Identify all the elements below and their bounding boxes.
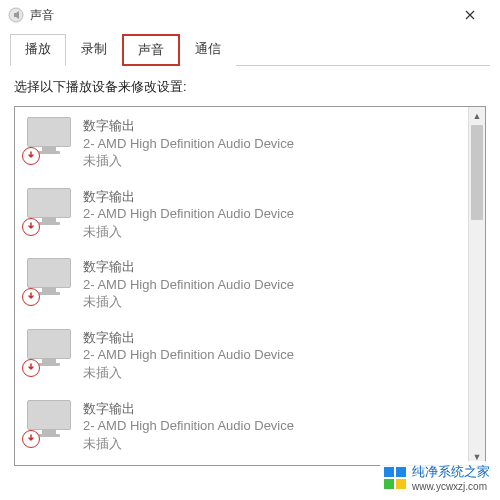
device-desc: 2- AMD High Definition Audio Device — [83, 135, 294, 153]
scrollbar[interactable]: ▲ ▼ — [468, 107, 485, 465]
device-list[interactable]: 数字输出 2- AMD High Definition Audio Device… — [14, 106, 486, 466]
tab-label: 声音 — [138, 42, 164, 57]
sound-app-icon — [8, 7, 24, 23]
device-status: 未插入 — [83, 364, 294, 382]
device-item[interactable]: 数字输出 2- AMD High Definition Audio Device… — [15, 178, 485, 249]
device-name: 数字输出 — [83, 258, 294, 276]
unplugged-badge-icon — [22, 359, 40, 377]
panel-instruction: 选择以下播放设备来修改设置: — [14, 78, 486, 96]
tab-recording[interactable]: 录制 — [66, 34, 122, 66]
playback-panel: 选择以下播放设备来修改设置: 数字输出 2- AMD High Definiti… — [0, 66, 500, 478]
device-name: 数字输出 — [83, 329, 294, 347]
device-status: 未插入 — [83, 223, 294, 241]
device-name: 数字输出 — [83, 400, 294, 418]
window-title: 声音 — [30, 7, 447, 24]
tab-sounds[interactable]: 声音 — [122, 34, 180, 66]
device-name: 数字输出 — [83, 188, 294, 206]
tab-communications[interactable]: 通信 — [180, 34, 236, 66]
tab-label: 通信 — [195, 41, 221, 56]
device-status: 未插入 — [83, 435, 294, 453]
watermark-text: 纯净系统之家 www.ycwxzj.com — [412, 463, 490, 492]
device-name: 数字输出 — [83, 117, 294, 135]
unplugged-badge-icon — [22, 430, 40, 448]
device-monitor-icon — [25, 256, 73, 304]
scroll-up-arrow[interactable]: ▲ — [469, 107, 485, 124]
close-button[interactable] — [447, 0, 492, 30]
unplugged-badge-icon — [22, 218, 40, 236]
device-item[interactable]: 数字输出 2- AMD High Definition Audio Device… — [15, 248, 485, 319]
tab-strip: 播放 录制 声音 通信 — [0, 30, 500, 65]
device-status: 未插入 — [83, 293, 294, 311]
device-item[interactable]: 数字输出 2- AMD High Definition Audio Device… — [15, 390, 485, 461]
device-item[interactable]: 数字输出 2- AMD High Definition Audio Device… — [15, 319, 485, 390]
device-desc: 2- AMD High Definition Audio Device — [83, 205, 294, 223]
device-text: 数字输出 2- AMD High Definition Audio Device… — [83, 115, 294, 170]
device-desc: 2- AMD High Definition Audio Device — [83, 276, 294, 294]
watermark: 纯净系统之家 www.ycwxzj.com — [380, 461, 494, 494]
device-desc: 2- AMD High Definition Audio Device — [83, 346, 294, 364]
unplugged-badge-icon — [22, 288, 40, 306]
device-text: 数字输出 2- AMD High Definition Audio Device… — [83, 327, 294, 382]
scroll-thumb[interactable] — [471, 125, 483, 220]
device-text: 数字输出 2- AMD High Definition Audio Device… — [83, 256, 294, 311]
tab-playback[interactable]: 播放 — [10, 34, 66, 66]
device-monitor-icon — [25, 398, 73, 446]
titlebar: 声音 — [0, 0, 500, 30]
device-text: 数字输出 2- AMD High Definition Audio Device… — [83, 186, 294, 241]
tab-label: 录制 — [81, 41, 107, 56]
tab-label: 播放 — [25, 41, 51, 56]
device-monitor-icon — [25, 327, 73, 375]
device-desc: 2- AMD High Definition Audio Device — [83, 417, 294, 435]
unplugged-badge-icon — [22, 147, 40, 165]
device-monitor-icon — [25, 186, 73, 234]
device-text: 数字输出 2- AMD High Definition Audio Device… — [83, 398, 294, 453]
device-status: 未插入 — [83, 152, 294, 170]
device-monitor-icon — [25, 115, 73, 163]
watermark-logo-icon — [384, 467, 406, 489]
device-item[interactable]: 数字输出 2- AMD High Definition Audio Device… — [15, 107, 485, 178]
